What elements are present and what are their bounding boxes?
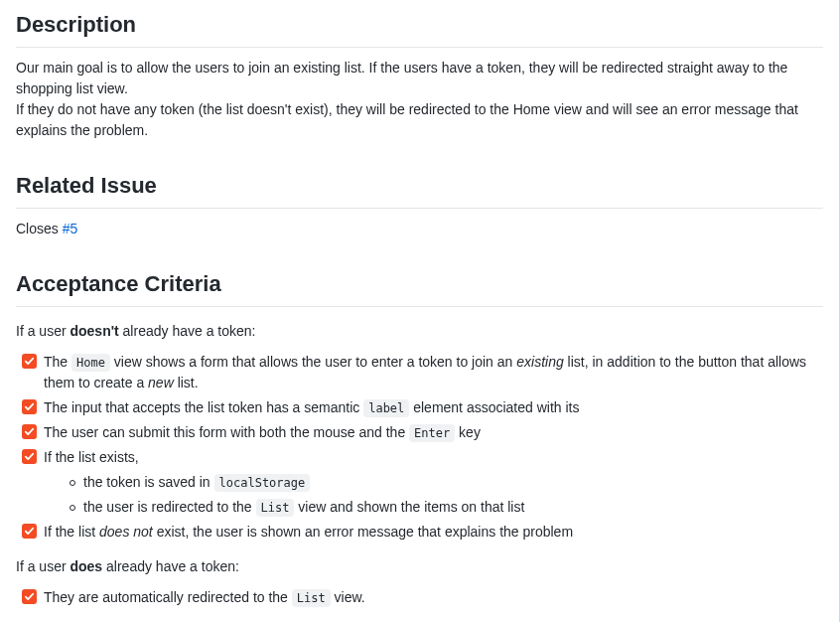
checkbox-checked-icon (22, 354, 37, 369)
bold-text: does (70, 558, 102, 574)
heading-description: Description (16, 8, 823, 48)
document-body: Description Our main goal is to allow th… (0, 0, 840, 622)
checkbox-checked-icon (22, 399, 37, 414)
italic-text: new (148, 375, 174, 390)
text: already have a token: (119, 323, 256, 339)
related-issue-line: Closes #5 (16, 219, 823, 239)
text: the user is redirected to the (83, 499, 256, 515)
italic-text: existing (516, 354, 563, 370)
code-inline: localStorage (214, 474, 311, 492)
text: The input that accepts the list token ha… (44, 399, 363, 415)
checklist-has-token: They are automatically redirected to the… (16, 587, 823, 608)
sublist-item: the token is saved in localStorage (70, 472, 823, 493)
sublist: the token is saved in localStorage the u… (44, 472, 823, 518)
sublist-item: the user is redirected to the List view … (70, 497, 823, 518)
text: If a user (16, 323, 70, 339)
text: They are automatically redirected to the (44, 589, 292, 605)
heading-related-issue: Related Issue (16, 169, 823, 209)
text: The (44, 354, 71, 370)
code-inline: Home (71, 354, 110, 372)
checklist-item: The Home view shows a form that allows t… (16, 352, 823, 393)
description-line-1: Our main goal is to allow the users to j… (16, 58, 823, 99)
text: the token is saved in (83, 474, 214, 490)
text: If a user (16, 558, 70, 574)
bold-text: doesn't (70, 323, 118, 339)
checklist-no-token: The Home view shows a form that allows t… (16, 352, 823, 543)
checklist-item: The input that accepts the list token ha… (16, 397, 823, 418)
text: already have a token: (102, 558, 239, 574)
intro-no-token: If a user doesn't already have a token: (16, 321, 823, 342)
checkbox-checked-icon (22, 424, 37, 439)
code-inline: List (256, 499, 295, 517)
text: exist, the user is shown an error messag… (153, 524, 573, 540)
text: If the list (44, 524, 99, 540)
text: If the list exists, (44, 449, 139, 465)
checklist-item: If the list exists, the token is saved i… (16, 447, 823, 518)
checkbox-checked-icon (22, 524, 37, 539)
code-inline: Enter (409, 424, 455, 442)
description-line-2: If they do not have any token (the list … (16, 99, 823, 141)
text: view. (331, 589, 365, 605)
heading-acceptance-criteria: Acceptance Criteria (16, 267, 823, 307)
intro-has-token: If a user does already have a token: (16, 556, 823, 577)
issue-link[interactable]: #5 (63, 221, 78, 236)
checklist-item: If the list does not exist, the user is … (16, 522, 823, 543)
text: element associated with its (409, 399, 579, 415)
checklist-item: The user can submit this form with both … (16, 422, 823, 443)
text: key (455, 424, 481, 440)
text: view shows a form that allows the user t… (110, 354, 516, 370)
text: list. (174, 375, 199, 390)
code-inline: label (363, 399, 409, 417)
text: view and shown the items on that list (294, 499, 524, 515)
closes-prefix: Closes (16, 221, 63, 236)
text: The user can submit this form with both … (44, 424, 409, 440)
checkbox-checked-icon (22, 589, 37, 604)
code-inline: List (292, 589, 331, 607)
checklist-item: They are automatically redirected to the… (16, 587, 823, 608)
checkbox-checked-icon (22, 449, 37, 464)
italic-text: does not (99, 524, 153, 540)
